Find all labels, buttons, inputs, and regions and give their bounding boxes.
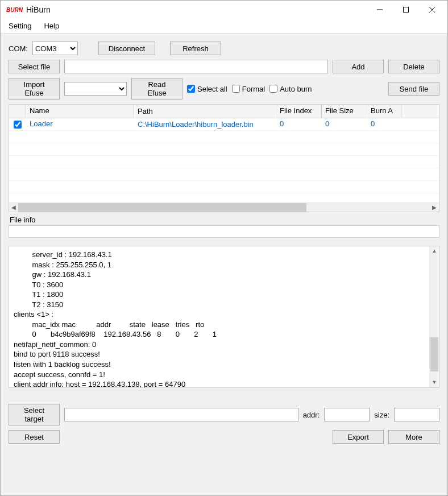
table-header: Name Path File Index File Size Burn A (9, 105, 439, 118)
table-body: Loader C:\HiBurn\Loader\hiburn_loader.bi… (9, 118, 439, 202)
menubar: Setting Help (1, 19, 447, 34)
size-label: size: (374, 411, 389, 419)
cell-index: 0 (276, 118, 322, 130)
maximize-button[interactable] (393, 1, 419, 18)
file-path-input[interactable] (64, 60, 328, 73)
refresh-button[interactable]: Refresh (170, 42, 221, 55)
scroll-up-icon[interactable]: ▲ (430, 246, 439, 256)
target-input[interactable] (64, 408, 298, 421)
col-path[interactable]: Path (134, 105, 276, 118)
formal-input[interactable] (232, 85, 240, 93)
col-burn-addr[interactable]: Burn A (367, 105, 401, 118)
auto-burn-checkbox[interactable]: Auto burn (269, 85, 312, 93)
col-file-index[interactable]: File Index (276, 105, 322, 118)
cell-size: 0 (322, 118, 367, 130)
size-input[interactable] (394, 408, 439, 421)
read-efuse-button[interactable]: Read Efuse (131, 78, 182, 100)
col-file-size[interactable]: File Size (322, 105, 367, 118)
addr-input[interactable] (324, 408, 370, 421)
table-row[interactable]: Loader C:\HiBurn\Loader\hiburn_loader.bi… (9, 118, 439, 131)
scroll-right-icon[interactable]: ▶ (430, 203, 439, 212)
scroll-left-icon[interactable]: ◀ (9, 203, 18, 212)
com-select[interactable]: COM3 (32, 42, 78, 55)
select-all-input[interactable] (187, 85, 195, 93)
delete-button[interactable]: Delete (388, 60, 439, 73)
select-all-label: Select all (197, 85, 227, 93)
file-info-label: File info (10, 216, 439, 224)
efuse-select[interactable] (64, 82, 127, 96)
reset-button[interactable]: Reset (9, 430, 60, 444)
bottom-panel: Select target addr: size: Reset Export M… (9, 404, 439, 448)
add-button[interactable]: Add (333, 60, 384, 73)
svg-rect-1 (404, 7, 409, 13)
file-table: Name Path File Index File Size Burn A Lo… (9, 104, 439, 212)
addr-label: addr: (303, 411, 320, 419)
titlebar: BURN HiBurn (1, 1, 447, 19)
cell-addr: 0 (367, 118, 401, 130)
auto-burn-input[interactable] (269, 85, 277, 93)
cell-name: Loader (26, 118, 134, 130)
send-file-button[interactable]: Send file (388, 82, 439, 96)
select-target-button[interactable]: Select target (9, 404, 60, 425)
scroll-thumb[interactable] (18, 203, 306, 212)
log-output[interactable]: server_id : 192.168.43.1 mask : 255.255.… (9, 246, 439, 388)
log-scroll-thumb[interactable] (430, 337, 438, 371)
workarea: COM: COM3 Disconnect Refresh Select file… (1, 34, 447, 495)
svg-line-3 (429, 7, 435, 13)
file-info-box (9, 225, 439, 238)
row-checkbox[interactable] (14, 121, 22, 129)
auto-burn-label: Auto burn (280, 85, 312, 93)
menu-setting[interactable]: Setting (5, 20, 35, 31)
disconnect-button[interactable]: Disconnect (98, 42, 155, 55)
select-file-button[interactable]: Select file (9, 60, 60, 73)
scroll-down-icon[interactable]: ▼ (430, 378, 439, 387)
minimize-button[interactable] (367, 1, 393, 18)
more-button[interactable]: More (388, 430, 439, 444)
table-hscroll[interactable]: ◀ ▶ (9, 202, 439, 212)
svg-line-2 (429, 7, 435, 13)
close-button[interactable] (419, 1, 445, 18)
select-all-checkbox[interactable]: Select all (187, 85, 227, 93)
formal-label: Formal (242, 85, 265, 93)
import-efuse-button[interactable]: Import Efuse (9, 78, 60, 100)
app-logo: BURN (6, 7, 23, 13)
com-label: COM: (9, 44, 28, 53)
export-button[interactable]: Export (333, 430, 384, 444)
formal-checkbox[interactable]: Formal (232, 85, 265, 93)
cell-path: C:\HiBurn\Loader\hiburn_loader.bin (134, 118, 276, 130)
col-name[interactable]: Name (26, 105, 134, 118)
log-vscroll[interactable]: ▲ ▼ (429, 246, 439, 387)
menu-help[interactable]: Help (40, 20, 63, 31)
window-title: HiBurn (26, 5, 51, 14)
log-text: server_id : 192.168.43.1 mask : 255.255.… (14, 250, 217, 388)
